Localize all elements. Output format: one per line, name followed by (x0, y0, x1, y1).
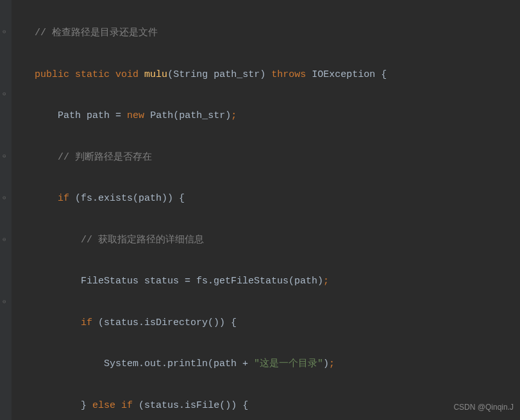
keyword-public: public (35, 69, 69, 80)
call: System.out.println(path + (104, 358, 254, 369)
cond: (status.isFile()) { (138, 400, 248, 411)
comment: // 获取指定路径的详细信息 (81, 235, 204, 246)
ctor: Path (150, 110, 173, 121)
param-name: path_str (214, 69, 260, 80)
var: path (87, 110, 110, 121)
param-type: String (173, 69, 208, 80)
type: Path (58, 110, 81, 121)
arg: path_str (179, 110, 225, 121)
keyword-new: new (127, 110, 144, 121)
code-line: FileStatus status = fs.getFileStatus(pat… (12, 271, 387, 292)
keyword-void: void (115, 69, 138, 80)
brace: { (381, 69, 387, 80)
keyword-if: if (58, 193, 69, 204)
cond: (fs.exists(path)) { (75, 193, 185, 204)
semi: ; (329, 358, 335, 369)
code-editor: ⊖ ⊖ ⊖ ⊖ ⊖ ⊖ // 检查路径是目录还是文件 public static… (0, 0, 520, 420)
keyword-else: else (92, 400, 115, 411)
code-line: // 检查路径是目录还是文件 (12, 23, 387, 44)
code-line: if (status.isDirectory()) { (12, 313, 387, 333)
brace: } (81, 400, 92, 411)
fold-mark[interactable]: ⊖ (3, 299, 9, 305)
code-line: Path path = new Path(path_str); (12, 106, 387, 126)
fold-mark[interactable]: ⊖ (3, 154, 9, 159)
keyword-if: if (81, 317, 92, 328)
code-line: // 获取指定路径的详细信息 (12, 230, 387, 251)
keyword-static: static (75, 69, 110, 80)
comment: // 检查路径是目录还是文件 (35, 28, 158, 38)
keyword-if: if (121, 400, 133, 411)
code-line: public static void mulu(String path_str)… (12, 65, 387, 85)
paren: ( (167, 69, 173, 80)
method-name: mulu (144, 69, 167, 80)
decl: FileStatus status = fs.getFileStatus(pat… (81, 276, 323, 287)
code-line: if (fs.exists(path)) { (12, 189, 387, 209)
fold-mark[interactable]: ⊖ (3, 196, 9, 201)
paren: ) (260, 69, 271, 80)
cond: (status.isDirectory()) { (98, 317, 237, 328)
gutter: ⊖ ⊖ ⊖ ⊖ ⊖ ⊖ (0, 0, 12, 420)
paren: ) (225, 110, 231, 121)
paren: ( (173, 110, 179, 121)
string-literal: "这是一个目录" (254, 358, 323, 369)
watermark: CSDN @Qinqin.J (453, 399, 514, 416)
fold-mark[interactable]: ⊖ (3, 237, 9, 242)
keyword-throws: throws (271, 69, 306, 80)
op: = (115, 110, 127, 121)
exception-type: IOException (312, 69, 375, 80)
code-line: System.out.println(path + "这是一个目录"); (12, 354, 387, 374)
code-line: } else if (status.isFile()) { (12, 396, 387, 416)
semi: ; (231, 110, 237, 121)
fold-mark[interactable]: ⊖ (3, 92, 9, 97)
code-content[interactable]: // 检查路径是目录还是文件 public static void mulu(S… (12, 0, 387, 420)
code-line: // 判断路径是否存在 (12, 147, 387, 168)
semi: ; (323, 276, 329, 287)
comment: // 判断路径是否存在 (58, 152, 152, 163)
paren: ) (323, 358, 329, 369)
fold-mark[interactable]: ⊖ (3, 29, 9, 35)
